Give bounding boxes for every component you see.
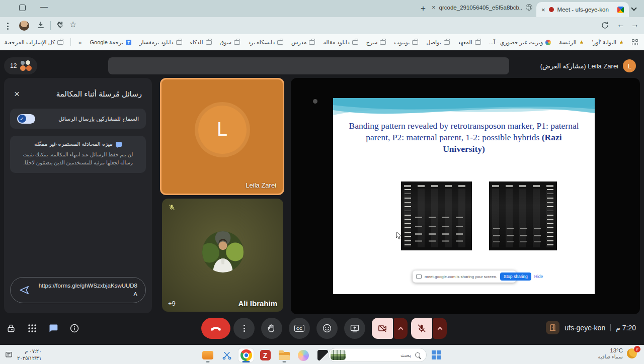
taskbar-search[interactable]: بحث bbox=[328, 348, 427, 362]
tab-close-icon[interactable]: × bbox=[432, 4, 436, 11]
camera-off-button[interactable] bbox=[372, 318, 393, 339]
bookmark-item[interactable]: مدرس bbox=[291, 39, 315, 46]
notifications-icon[interactable] bbox=[5, 351, 13, 358]
more-options-button[interactable] bbox=[233, 318, 255, 339]
bookmark-item[interactable]: البوابة 'أور' bbox=[592, 39, 624, 46]
bookmark-item[interactable]: الرئيسة bbox=[559, 39, 584, 46]
clock[interactable]: ٠٧:٢٠ م ٢٠٢٥/١٢/٣١ bbox=[17, 348, 42, 361]
copilot-icon bbox=[298, 350, 309, 361]
weather-widget[interactable]: 13°C سماء صافية ٣ bbox=[598, 347, 639, 360]
taskbar-app-explorer[interactable] bbox=[277, 348, 292, 362]
camera-options-chevron[interactable] bbox=[394, 318, 408, 339]
tab-qrcode[interactable]: × qrcode_291056405_e5f5a8bcb... bbox=[432, 4, 532, 11]
apps-grid-icon[interactable] bbox=[632, 39, 638, 45]
captions-button[interactable]: CC bbox=[289, 318, 310, 339]
bookmark-item[interactable]: سوق bbox=[220, 39, 240, 46]
search-icon bbox=[415, 352, 421, 358]
present-screen-button[interactable] bbox=[344, 318, 365, 339]
file-explorer-icon bbox=[279, 352, 290, 360]
message-input[interactable]: https://forms.gle/ghWSzxbjaKswUUD8 A bbox=[10, 277, 146, 304]
all-bookmarks-label: كل الإشارات المرجعية bbox=[5, 39, 55, 46]
bookmark-item[interactable]: المعهد bbox=[458, 39, 481, 46]
more-participants-badge: +9 bbox=[168, 300, 176, 307]
gel-image-right bbox=[489, 181, 557, 250]
taskbar-app-snipping[interactable] bbox=[219, 348, 234, 362]
bookmark-item[interactable]: يونيوب bbox=[394, 39, 418, 46]
send-icon[interactable] bbox=[19, 285, 30, 296]
tab-meet[interactable]: × Meet - ufs-geye-kon bbox=[536, 2, 629, 17]
activities-grid-icon[interactable] bbox=[26, 322, 38, 334]
participants-avatars-icon bbox=[20, 60, 32, 71]
bookmark-item[interactable]: دانشكاه يزد bbox=[248, 39, 283, 46]
taskbar-app-chrome[interactable] bbox=[238, 348, 254, 362]
extensions-puzzle-icon[interactable] bbox=[55, 21, 64, 29]
bookmark-icon bbox=[126, 40, 131, 45]
shared-slide: Banding pattern revealed by retrotranspo… bbox=[333, 98, 595, 294]
reaction-emoji bbox=[313, 99, 317, 104]
bookmark-item[interactable]: ترجمة Google bbox=[90, 39, 131, 46]
mic-off-button[interactable] bbox=[411, 318, 432, 339]
raise-hand-button[interactable] bbox=[261, 318, 282, 339]
chevron-up-icon bbox=[398, 326, 404, 331]
presenter-name: Leila Zarei (مشاركة العرض) bbox=[540, 62, 618, 70]
scissors-icon bbox=[222, 350, 232, 360]
window-maximize-button[interactable] bbox=[19, 5, 26, 11]
bookmarks-chevron-icon[interactable]: « bbox=[78, 39, 82, 46]
bookmark-item[interactable]: دانلود ترمفسار bbox=[139, 39, 182, 46]
bookmark-icon bbox=[579, 40, 584, 45]
camera-off-icon bbox=[377, 323, 387, 333]
all-bookmarks-folder[interactable]: كل الإشارات المرجعية bbox=[5, 39, 63, 46]
hand-icon bbox=[267, 323, 277, 333]
back-icon[interactable]: ← bbox=[617, 20, 625, 29]
reactions-button[interactable] bbox=[316, 318, 338, 339]
mic-off-icon bbox=[417, 323, 427, 333]
downloads-icon[interactable] bbox=[36, 21, 45, 30]
video-tile-leila[interactable]: L Leila Zarei bbox=[160, 78, 284, 195]
panel-title: رسائل مُرسلة أثناء المكالمة bbox=[56, 89, 142, 99]
taskbar-app-zotero[interactable]: Z bbox=[258, 348, 273, 362]
browser-tab-strip: — + × qrcode_291056405_e5f5a8bcb... × Me… bbox=[0, 0, 644, 17]
bookmark-item[interactable]: سرح bbox=[366, 39, 386, 46]
chat-panel-icon[interactable] bbox=[47, 322, 59, 334]
taskbar-app-orange[interactable] bbox=[200, 348, 215, 362]
screen: — + × qrcode_291056405_e5f5a8bcb... × Me… bbox=[0, 0, 644, 364]
allow-messages-row: السماح للمشاركين بإرسال الرسائل ✓ bbox=[10, 109, 146, 129]
bookmark-item[interactable]: دانلود مقاله bbox=[323, 39, 358, 46]
video-tile-ali[interactable]: +9 Ali Ibrahim bbox=[162, 199, 283, 312]
bookmark-icon bbox=[619, 40, 624, 45]
mic-muted-icon bbox=[168, 204, 176, 211]
notification-badge: ٣ bbox=[634, 346, 640, 352]
leave-call-button[interactable] bbox=[201, 318, 230, 339]
new-tab-button[interactable]: + bbox=[417, 2, 430, 15]
browser-menu-icon[interactable] bbox=[7, 23, 9, 30]
host-controls-lock-icon[interactable] bbox=[5, 322, 17, 334]
camera-control-group bbox=[372, 318, 408, 339]
close-icon[interactable]: × bbox=[14, 89, 20, 99]
info-icon[interactable] bbox=[68, 322, 80, 334]
chat-bubble-icon bbox=[116, 142, 122, 147]
mic-options-chevron[interactable] bbox=[433, 318, 447, 339]
tab-list-chevron-icon[interactable] bbox=[631, 5, 636, 11]
bookmark-star-icon[interactable]: ☆ bbox=[69, 20, 76, 29]
bookmark-icon bbox=[176, 40, 182, 45]
gel-image-left bbox=[401, 181, 472, 250]
reload-icon[interactable] bbox=[601, 21, 609, 30]
more-options-icon bbox=[244, 325, 245, 332]
participants-filmstrip[interactable] bbox=[108, 57, 509, 74]
browser-toolbar: ☆ meet.google.com/ufs-geye-kon ← → bbox=[0, 17, 644, 34]
bookmark-item[interactable]: ويزيت غير حضوري - آ... bbox=[489, 39, 551, 46]
meeting-room-door-icon[interactable] bbox=[546, 321, 559, 334]
allow-messages-toggle[interactable]: ✓ bbox=[17, 114, 35, 124]
tab-close-icon[interactable]: × bbox=[541, 6, 545, 14]
taskbar-app-copilot[interactable] bbox=[296, 348, 311, 362]
stop-sharing-button[interactable]: Stop sharing bbox=[500, 272, 531, 281]
hide-link[interactable]: Hide bbox=[534, 274, 543, 279]
bookmark-item[interactable]: تواصل bbox=[426, 39, 449, 46]
forward-icon[interactable]: → bbox=[631, 20, 639, 29]
participants-count-pill[interactable]: 12 bbox=[4, 57, 37, 74]
window-minimize-button[interactable]: — bbox=[40, 2, 48, 11]
profile-avatar[interactable] bbox=[19, 21, 29, 31]
chat-notice-card: ميزة المحادثة المستمرة غير مفعّلة لن يتم… bbox=[10, 136, 146, 173]
start-button[interactable] bbox=[432, 350, 441, 359]
bookmark-item[interactable]: الذكاء bbox=[190, 39, 212, 46]
